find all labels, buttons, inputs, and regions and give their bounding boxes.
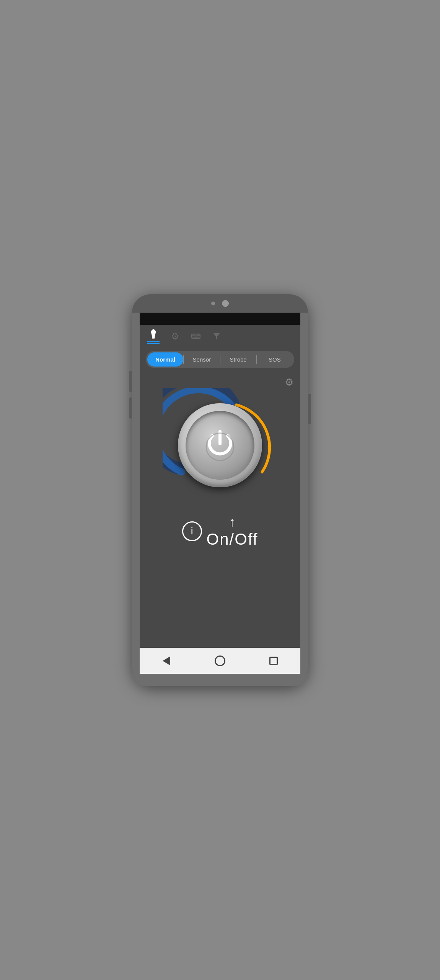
back-triangle-icon <box>163 656 170 665</box>
home-button[interactable] <box>213 654 227 668</box>
phone-bottom-rounded <box>132 674 308 686</box>
svg-marker-2 <box>151 331 156 336</box>
volume-down-button[interactable] <box>129 398 132 419</box>
brightness-icon: ⚙ <box>171 331 179 342</box>
top-navigation: ⚙ ⌨ <box>140 325 300 348</box>
on-off-label-group: i ↑ On/Off <box>182 514 258 548</box>
mode-tabs: Normal Sensor Strobe SOS <box>146 351 294 368</box>
nav-brightness[interactable]: ⚙ <box>171 331 179 342</box>
volume-up-button[interactable] <box>129 371 132 392</box>
main-content-area: ⚙ <box>140 373 300 648</box>
power-dial-container <box>163 388 277 503</box>
nav-flashlight-active[interactable] <box>147 329 160 344</box>
on-off-circle-text: i <box>191 525 193 537</box>
bottom-navigation-bar <box>140 648 300 674</box>
status-bar <box>140 313 300 325</box>
nav-filter[interactable] <box>212 332 221 341</box>
svg-rect-0 <box>153 329 155 330</box>
tab-sensor[interactable]: Sensor <box>184 352 220 367</box>
power-button-inner <box>186 411 254 480</box>
on-off-text: On/Off <box>207 530 258 548</box>
tab-normal[interactable]: Normal <box>147 352 183 367</box>
svg-marker-4 <box>213 333 220 339</box>
phone-top-bar <box>132 294 308 313</box>
on-off-circle-icon: i <box>182 521 202 541</box>
settings-gear-icon[interactable]: ⚙ <box>285 376 293 388</box>
svg-rect-1 <box>152 330 155 331</box>
phone-device: ⚙ ⌨ Normal Sensor Strobe SOS ⚙ <box>132 294 308 686</box>
back-button[interactable] <box>160 654 173 668</box>
filter-icon <box>212 332 221 341</box>
on-off-arrow-text: ↑ On/Off <box>207 514 258 548</box>
tab-sos[interactable]: SOS <box>257 352 293 367</box>
speaker <box>222 300 229 307</box>
up-arrow-icon: ↑ <box>229 514 236 530</box>
power-button[interactable] <box>178 403 262 487</box>
flashlight-icon <box>148 329 159 339</box>
tab-strobe[interactable]: Strobe <box>220 352 256 367</box>
phone-screen: ⚙ ⌨ Normal Sensor Strobe SOS ⚙ <box>140 313 300 674</box>
power-side-button[interactable] <box>308 394 311 424</box>
svg-rect-3 <box>152 337 155 339</box>
power-symbol-icon <box>201 426 239 464</box>
keyboard-icon: ⌨ <box>191 332 201 341</box>
active-indicator <box>147 341 160 342</box>
home-circle-icon <box>215 655 225 666</box>
nav-keyboard[interactable]: ⌨ <box>191 332 201 341</box>
recents-button[interactable] <box>267 654 280 668</box>
camera-dot <box>211 302 215 305</box>
recents-square-icon <box>269 657 278 665</box>
